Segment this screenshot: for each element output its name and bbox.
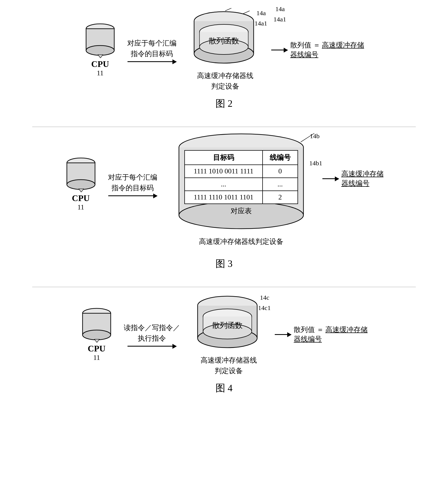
db-caption-fig4: 高速缓冲存储器线判定设备 <box>201 355 257 376</box>
figure-4-section: CPU 11 读指令／写指令／执行指令 散列函数 14c <box>11 293 437 395</box>
table-row-1: ... ... <box>185 178 298 191</box>
output-label-fig3: 高速缓冲存储器线编号 <box>341 169 384 188</box>
cpu-container-fig4: CPU 11 <box>80 307 113 362</box>
svg-marker-20 <box>79 189 84 192</box>
output-arrow-fig4 <box>275 334 291 335</box>
svg-point-19 <box>67 180 95 189</box>
arrow-line-fig3 <box>108 195 157 196</box>
table-row-2: 1111 1110 1011 1101 2 <box>185 191 298 204</box>
ref-14b-label: 14b <box>310 133 320 140</box>
db-caption-fig2: 高速缓冲存储器线判定设备 <box>197 70 253 92</box>
svg-point-2 <box>86 46 114 55</box>
col-header-line-no: 线编号 <box>263 150 297 165</box>
output-arrow-fig3 <box>322 178 339 179</box>
cpu-cylinder-fig4 <box>80 307 113 343</box>
arrow-line-fig2 <box>127 61 176 62</box>
svg-marker-30 <box>94 339 99 343</box>
ref-14c-label: 14c <box>260 294 269 301</box>
ref-14a1-label: 14a1 <box>254 20 267 27</box>
output-arrowhead-fig4 <box>287 332 292 337</box>
figure-2-section: CPU 11 对应于每个汇编指令的目标码 14a 14a1 <box>11 8 437 110</box>
output-text-fig4: 高速缓冲存储器线编号 <box>294 326 368 343</box>
table-caption-fig3: 对应表 <box>184 206 298 216</box>
output-arrow-line-fig4 <box>275 334 291 335</box>
ref-14a-label: 14a <box>256 9 266 17</box>
figure-2-row: CPU 11 对应于每个汇编指令的目标码 14a 14a1 <box>11 8 437 92</box>
divider-1 <box>32 127 416 127</box>
output-arrow-line-fig3 <box>322 178 339 179</box>
db-svg-fig4: 散列函数 <box>191 293 267 352</box>
cpu-id-fig3: 11 <box>77 203 84 211</box>
output-arrow-line-fig2 <box>271 50 287 50</box>
db-svg-fig2: 散列函数 <box>187 8 263 68</box>
ref-14c1-label: 14c1 <box>258 304 271 312</box>
output-arrowhead-fig2 <box>284 48 288 53</box>
db-container-fig2: 14a 14a1 散列函数 1 <box>187 8 263 92</box>
table-header-row: 目标码 线编号 <box>185 150 298 165</box>
arrow-area-fig4: 读指令／写指令／执行指令 <box>124 322 180 347</box>
fig4-caption: 图 4 <box>215 382 233 395</box>
output-label-fig2: 散列值 ＝ 高速缓冲存储器线编号 <box>290 40 364 59</box>
arrow-label-fig4: 读指令／写指令／执行指令 <box>124 322 180 344</box>
cpu-id-fig2: 11 <box>97 69 103 77</box>
svg-line-4 <box>225 8 250 11</box>
table-wrapper-fig3: 目标码 线编号 1111 1010 0011 1111 0 ... ... <box>184 150 298 216</box>
arrow-area-fig3: 对应于每个汇编指令的目标码 <box>108 172 157 196</box>
figure-3-row: CPU 11 对应于每个汇编指令的目标码 14b 14b1 <box>11 133 437 235</box>
ref-14a: 14a <box>275 5 285 13</box>
output-arrowhead-fig3 <box>335 176 339 181</box>
cpu-label-fig2: CPU <box>91 59 109 69</box>
cpu-label-fig3: CPU <box>72 193 90 203</box>
cell-code-1: ... <box>185 178 263 191</box>
cell-no-1: ... <box>263 178 297 191</box>
cpu-id-fig4: 11 <box>93 354 100 362</box>
arrow-label-fig2: 对应于每个汇编指令的目标码 <box>127 38 176 59</box>
figure-4-row: CPU 11 读指令／写指令／执行指令 散列函数 14c <box>11 293 437 376</box>
arrow-label-fig3: 对应于每个汇编指令的目标码 <box>108 172 157 193</box>
arrow-line-fig4 <box>127 346 176 347</box>
svg-text:散列函数: 散列函数 <box>212 321 243 330</box>
output-label-fig4: 散列值 ＝ 高速缓冲存储器线编号 <box>294 325 368 344</box>
output-text-fig2: 高速缓冲存储器线编号 <box>290 41 364 59</box>
cell-code-0: 1111 1010 0011 1111 <box>185 165 263 178</box>
fig3-caption: 图 3 <box>215 257 233 270</box>
fig2-caption: 图 2 <box>215 97 233 110</box>
cell-code-2: 1111 1110 1011 1101 <box>185 191 263 204</box>
cpu-cylinder-fig3 <box>65 157 97 192</box>
db-caption-fig3: 高速缓冲存储器线判定设备 <box>168 237 314 246</box>
correspondence-table: 目标码 线编号 1111 1010 0011 1111 0 ... ... <box>184 150 298 204</box>
cpu-container-fig3: CPU 11 <box>65 157 97 211</box>
table-row-0: 1111 1010 0011 1111 0 <box>185 165 298 178</box>
arrow-area-fig2: 对应于每个汇编指令的目标码 <box>127 38 176 62</box>
cpu-container-fig2: CPU 11 <box>84 23 116 77</box>
output-arrow-fig2 <box>271 50 287 50</box>
ref-14b1-label: 14b1 <box>309 160 322 167</box>
svg-marker-3 <box>98 55 103 58</box>
ref-14a1: 14a1 <box>273 16 286 23</box>
db-wrapper-fig3: 14b 14b1 目标码 线编号 1111 1010 0011 1111 0 <box>168 133 314 235</box>
cpu-label-fig4: CPU <box>88 344 106 354</box>
cell-no-0: 0 <box>263 165 297 178</box>
col-header-target-code: 目标码 <box>185 150 263 165</box>
output-text-fig3: 高速缓冲存储器线编号 <box>341 170 384 187</box>
svg-text:散列函数: 散列函数 <box>209 37 239 45</box>
cell-no-2: 2 <box>263 191 297 204</box>
svg-point-29 <box>83 330 111 340</box>
db-container-fig4: 散列函数 14c 14c1 高速缓冲存储器线判定设备 <box>191 293 267 376</box>
divider-2 <box>32 287 416 287</box>
figure-3-section: CPU 11 对应于每个汇编指令的目标码 14b 14b1 <box>11 133 437 270</box>
cpu-cylinder-fig2 <box>84 23 116 58</box>
